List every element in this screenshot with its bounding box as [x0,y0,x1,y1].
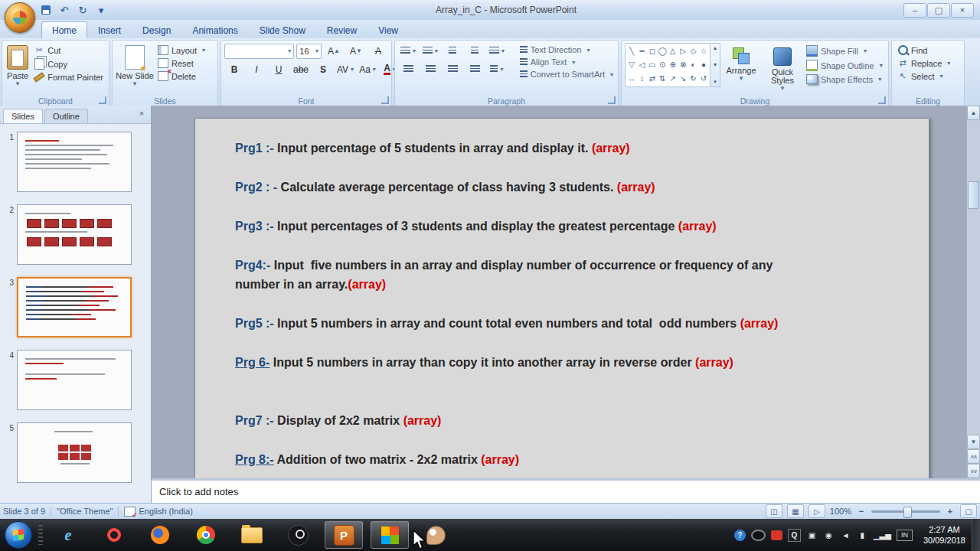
shape-icon[interactable]: ◻ [648,47,657,56]
shape-icon[interactable]: ◯ [658,47,667,56]
cut-button[interactable]: ✂ Cut [31,44,106,56]
bullets-button[interactable]: ▾ [398,43,418,59]
text-direction-button[interactable]: Text Direction ▾ [518,44,615,55]
change-case-button[interactable]: Aa▾ [358,61,377,77]
justify-button[interactable] [465,61,485,77]
slide-thumbnail-canvas[interactable] [17,204,132,265]
show-desktop-button[interactable] [972,519,980,551]
shape-icon[interactable]: ⇄ [648,74,657,83]
notes-pane[interactable]: Click to add notes [152,478,980,503]
slide-thumbnail-canvas[interactable] [17,132,132,192]
increase-indent-button[interactable] [465,43,485,59]
copy-button[interactable]: Copy [31,57,106,70]
paragraph-dialog-launcher[interactable] [608,96,616,104]
paste-dropdown-icon[interactable]: ▾ [16,80,20,86]
slide-thumbnail-4[interactable]: 4 [2,350,148,410]
redo-button[interactable]: ↻ [75,3,90,17]
slideshow-button[interactable]: ▷ [808,504,825,518]
maximize-button[interactable]: ▢ [927,3,950,18]
shape-fill-button[interactable]: Shape Fill ▾ [805,44,884,57]
tab-view[interactable]: View [368,21,409,38]
undo-button[interactable]: ↶ [57,3,72,17]
tab-slide-show[interactable]: Slide Show [249,21,316,38]
slide-thumbnail-1[interactable]: 1 [2,132,148,192]
text-shadow-button[interactable]: S [313,61,333,77]
zoom-slider[interactable] [871,510,940,513]
italic-button[interactable]: I [247,61,266,77]
reset-button[interactable]: Reset [155,57,207,69]
strikethrough-button[interactable]: abe [291,61,311,77]
tab-slides[interactable]: Slides [3,109,43,123]
shape-icon[interactable]: ↻ [689,74,698,83]
scrollbar-thumb[interactable] [968,181,979,209]
format-painter-button[interactable]: Format Painter [31,72,106,83]
qat-customize-button[interactable]: ▾ [93,3,109,17]
shape-icon[interactable]: ◐ [689,60,698,70]
font-size-combo[interactable]: 16 ▾ [296,44,322,59]
tray-language-icon[interactable]: IN [897,530,913,541]
grow-font-button[interactable]: A▲ [324,43,344,59]
underline-button[interactable]: U [269,61,289,77]
slide-thumbnail-5[interactable]: 5 [2,422,148,483]
slide-text[interactable]: Prg1 :- Input percentage of 5 students i… [195,119,929,469]
slide-thumbnail-3[interactable]: 3 [2,277,148,337]
tab-review[interactable]: Review [316,21,368,38]
clear-formatting-button[interactable]: A [368,43,388,59]
tray-recorder-icon[interactable] [771,530,782,540]
font-name-dropdown-icon[interactable]: ▾ [288,47,291,54]
align-right-button[interactable] [443,61,462,77]
shape-icon[interactable]: ↔ [627,74,636,83]
shape-icon[interactable]: ⇅ [658,74,667,83]
tray-camera-icon[interactable]: ◉ [823,530,835,541]
save-button[interactable] [38,3,54,17]
shapes-gallery[interactable]: ╲━◻◯△▷◇☆▽◁▭⊙⊕⊗◐●↔↕⇄⇅↗↘↻↺ [625,43,710,87]
vertical-scrollbar[interactable]: ▲ ▼ ∧∧ ∨∨ [966,106,980,478]
tray-display-icon[interactable]: ▣ [806,530,818,541]
shape-icon[interactable]: ↘ [678,74,688,83]
shape-icon[interactable]: ◁ [637,60,646,70]
language-indicator[interactable]: English (India) [139,507,192,516]
tab-insert[interactable]: Insert [87,21,132,38]
shapes-scroll-down-icon[interactable]: ▼ [713,62,718,67]
arrange-button[interactable]: Arrange ▾ [722,43,760,94]
spellcheck-icon[interactable] [124,507,136,517]
scroll-up-button[interactable]: ▲ [967,106,980,120]
align-text-button[interactable]: Align Text ▾ [518,57,615,67]
tab-animations[interactable]: Animations [181,21,248,38]
shape-icon[interactable]: ↺ [699,74,708,83]
taskbar-clock[interactable]: 2:27 AM 30/09/2018 [917,524,972,546]
paste-button[interactable]: Paste ▾ [5,43,30,94]
theme-name[interactable]: "Office Theme" [57,507,113,516]
font-name-combo[interactable]: ▾ [224,44,294,59]
taskbar-item-file-explorer[interactable] [233,521,271,549]
shape-outline-button[interactable]: Shape Outline ▾ [805,59,884,72]
tray-obs-tray-icon[interactable] [751,530,766,541]
next-slide-button[interactable]: ∨∨ [967,464,980,478]
tray-volume-icon[interactable]: ◄ [840,530,851,541]
shape-icon[interactable]: ☆ [699,47,708,56]
align-left-button[interactable] [398,61,418,77]
start-button[interactable] [5,521,32,549]
tray-network-icon[interactable]: ▁▃▅ [874,530,891,541]
fit-to-window-button[interactable]: ▢ [960,504,977,518]
quick-styles-button[interactable]: Quick Styles ▾ [762,43,803,94]
slide-sorter-button[interactable]: ▦ [787,504,804,518]
taskbar-item-firefox[interactable] [141,521,179,549]
clipboard-dialog-launcher[interactable] [99,96,106,104]
shape-icon[interactable]: ╲ [627,47,636,56]
columns-button[interactable]: ▾ [487,61,507,77]
taskbar-item-chrome[interactable] [187,521,225,549]
shape-icon[interactable]: ▽ [627,60,636,70]
taskbar-item-paint[interactable] [416,521,455,549]
minimize-button[interactable]: – [903,3,926,18]
shape-icon[interactable]: ⊗ [678,60,688,70]
office-button[interactable] [5,2,35,33]
slide-thumbnail-canvas[interactable] [17,350,132,410]
shapes-scroll-up-icon[interactable]: ▲ [713,45,718,51]
taskbar-item-opera[interactable] [95,521,133,549]
zoom-slider-thumb[interactable] [903,507,912,518]
shape-icon[interactable]: ● [699,60,708,70]
tab-design[interactable]: Design [132,21,181,38]
replace-button[interactable]: ⇄ Replace ▾ [895,57,961,69]
shape-icon[interactable]: △ [668,47,678,56]
